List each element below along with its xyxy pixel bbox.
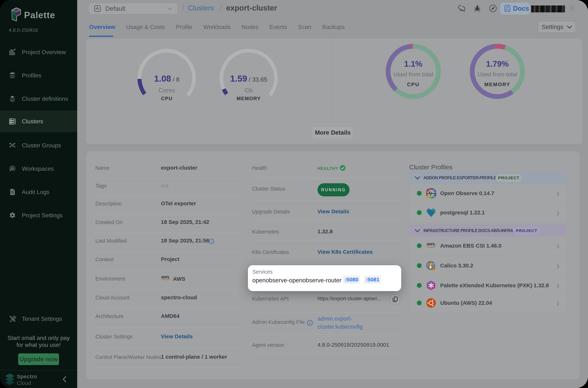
svg-text:aws: aws	[427, 241, 435, 246]
svg-text:aws: aws	[161, 274, 169, 279]
